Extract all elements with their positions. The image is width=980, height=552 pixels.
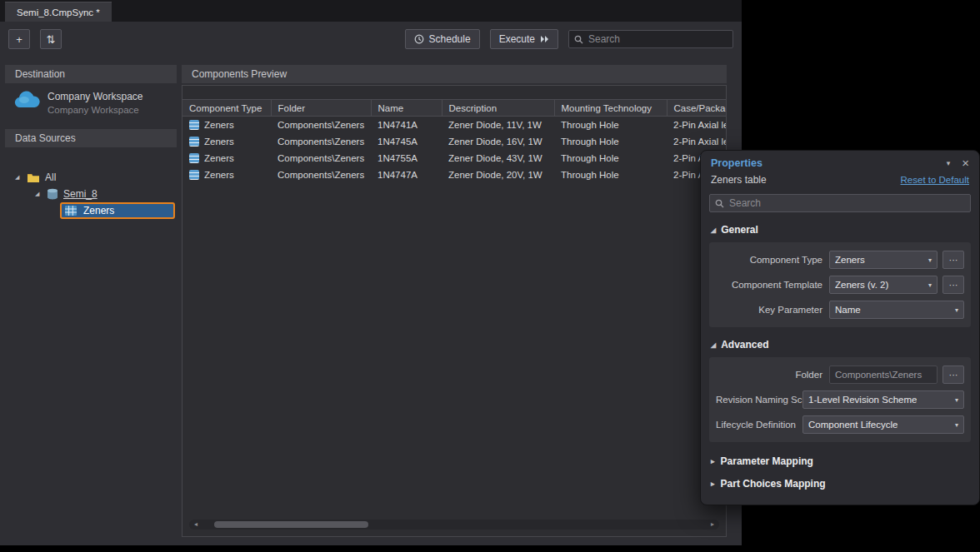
close-icon[interactable]: × [962,157,969,169]
component-template-dropdown[interactable]: Zeners (v. 2) ▾ [829,276,938,294]
key-parameter-row: Key Parameter Name ▾ [716,301,964,319]
lifecycle-definition-label: Lifecycle Definition [716,420,802,430]
part-choices-mapping-section-header[interactable]: ▸ Part Choices Mapping [711,478,969,490]
column-header-name[interactable]: Name [371,100,442,117]
component-type-dropdown[interactable]: Zeners ▾ [829,251,938,269]
parameter-mapping-section-header[interactable]: ▸ Parameter Mapping [711,455,969,467]
table-cell: Components\Zeners [271,150,371,167]
general-section-header[interactable]: ◢ General [711,224,969,236]
workspace-item[interactable]: Company Workspace Company Workspace [5,83,177,124]
folder-icon [27,172,40,183]
tree-item-label: All [45,172,56,183]
plus-icon: + [16,34,22,45]
lifecycle-definition-dropdown[interactable]: Component Lifecycle ▾ [802,415,964,434]
clock-icon [414,34,424,44]
scroll-left-icon[interactable]: ◂ [189,520,202,530]
table-cell: Zeners [182,150,271,167]
properties-search-input[interactable] [729,197,965,209]
workspace-name: Company Workspace [48,91,143,102]
component-icon [189,137,199,147]
execute-button[interactable]: Execute [490,29,558,49]
general-group: Component Type Zeners ▾ ··· Component Te… [709,242,971,327]
search-icon [574,35,583,44]
search-input[interactable] [588,33,728,45]
tree-item-semi8[interactable]: ◢ Semi_8 [5,186,177,202]
lifecycle-definition-controls: Component Lifecycle ▾ [802,415,964,434]
document-tab-bar: Semi_8.CmpSync * [0,0,742,22]
dropdown-arrow-icon: ▾ [950,396,958,404]
panel-menu-icon[interactable]: ▾ [947,159,951,167]
left-panel: Destination Company Workspace Company Wo… [5,58,177,537]
table-cell: Zeners [182,117,271,133]
component-template-row: Component Template Zeners (v. 2) ▾ ··· [716,276,964,294]
folder-controls: Components\Zeners ··· [829,366,964,384]
data-sources-header-label: Data Sources [15,132,76,144]
sync-button[interactable]: ⇅ [40,29,62,49]
table-header-row: Component Type Folder Name Description M… [182,100,727,117]
add-button[interactable]: + [8,29,30,49]
properties-title: Properties [711,157,762,169]
component-type-browse-button[interactable]: ··· [942,251,964,269]
table-cell: Components\Zeners [271,117,371,133]
column-header-description[interactable]: Description [442,100,554,117]
expand-icon[interactable]: ◢ [35,191,47,197]
column-header-case-package[interactable]: Case/Package [667,100,727,117]
preview-table-body: ZenersComponents\Zeners1N4741AZener Diod… [182,117,727,183]
dropdown-arrow-icon: ▾ [950,306,958,314]
table-cell: Zener Diode, 43V, 1W [442,150,554,167]
cloud-icon [13,91,40,109]
scrollbar-thumb[interactable] [214,521,368,528]
sync-arrows-icon: ⇅ [47,34,56,45]
component-icon [189,153,199,163]
properties-header: Properties ▾ × [701,151,979,172]
table-cell: 1N4741A [371,117,442,133]
folder-browse-button[interactable]: ··· [942,366,964,384]
schedule-button[interactable]: Schedule [405,29,480,49]
components-preview-header: Components Preview [182,65,727,83]
components-table: Component Type Folder Name Description M… [182,99,727,183]
table-row[interactable]: ZenersComponents\Zeners1N4747AZener Diod… [182,167,727,183]
reset-to-default-link[interactable]: Reset to Default [901,175,969,185]
part-choices-mapping-label: Part Choices Mapping [721,478,826,490]
table-cell: 1N4755A [371,150,442,167]
selected-tree-item[interactable]: Zeners [60,202,175,219]
table-icon [65,206,77,216]
properties-context-label: Zeners table [711,174,767,186]
search-icon [715,199,724,208]
expand-icon[interactable]: ◢ [15,174,27,181]
horizontal-scrollbar[interactable]: ◂ ▸ [189,520,719,530]
table-cell: Through Hole [554,117,667,133]
components-preview-title: Components Preview [192,68,287,80]
component-template-controls: Zeners (v. 2) ▾ ··· [829,276,964,294]
column-header-folder[interactable]: Folder [271,100,371,117]
component-template-browse-button[interactable]: ··· [942,276,964,294]
scrollbar-track[interactable] [202,520,706,530]
properties-context-row: Zeners table Reset to Default [701,172,979,189]
scroll-right-icon[interactable]: ▸ [706,520,719,530]
component-type-controls: Zeners ▾ ··· [829,251,964,269]
table-row[interactable]: ZenersComponents\Zeners1N4755AZener Diod… [182,150,727,167]
table-cell: Through Hole [554,133,667,150]
data-sources-tree: ◢ All ◢ Semi_8 Zeners [5,169,177,219]
table-row[interactable]: ZenersComponents\Zeners1N4745AZener Diod… [182,133,727,150]
folder-row: Folder Components\Zeners ··· [716,366,964,384]
column-header-mounting-technology[interactable]: Mounting Technology [554,100,667,117]
properties-search [709,194,971,212]
components-preview-panel: Components Preview Component Type Folder… [182,58,727,537]
component-type-label: Component Type [716,255,829,265]
tree-item-all[interactable]: ◢ All [5,169,177,186]
table-cell: Zener Diode, 11V, 1W [442,117,554,133]
table-cell: Zeners [182,133,271,150]
toolbar-search [568,30,733,48]
key-parameter-controls: Name ▾ [829,301,964,319]
key-parameter-dropdown[interactable]: Name ▾ [829,301,964,319]
column-header-component-type[interactable]: Component Type [182,100,271,117]
tree-item-zeners[interactable]: Zeners [5,202,177,219]
toolbar: + ⇅ Schedule Execute [0,22,742,57]
table-cell: Through Hole [554,167,667,183]
tab-semi8-cmpsync[interactable]: Semi_8.CmpSync * [5,2,112,22]
table-row[interactable]: ZenersComponents\Zeners1N4741AZener Diod… [182,117,727,133]
advanced-section-header[interactable]: ◢ Advanced [711,339,969,351]
revision-naming-dropdown[interactable]: 1-Level Revision Scheme ▾ [802,390,964,409]
execute-label: Execute [499,33,535,45]
